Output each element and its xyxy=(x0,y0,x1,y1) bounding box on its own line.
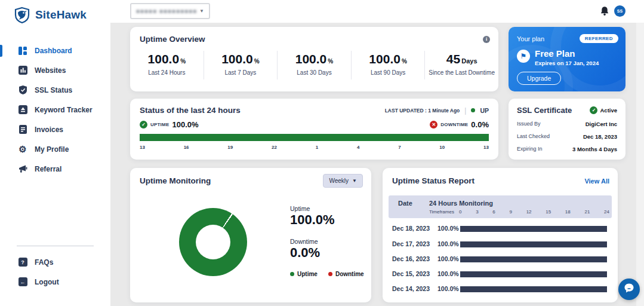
gear-icon: ⚙ xyxy=(18,145,27,154)
status-24h-card: Status of the last 24 hours LAST UPDATED… xyxy=(130,99,498,160)
row-24h-bar xyxy=(460,226,607,232)
brand-name: SiteHawk xyxy=(35,8,87,22)
tf-tick: 15 xyxy=(546,209,551,215)
sidebar-item-label: Logout xyxy=(35,278,59,286)
stat-label: Last 90 Days xyxy=(352,69,425,76)
uptime-value: 100.0% xyxy=(172,120,198,129)
sidebar-item-ssl-status[interactable]: SSL Status xyxy=(0,80,110,100)
notification-bell-icon[interactable] xyxy=(600,6,609,19)
info-icon[interactable]: i xyxy=(483,36,490,43)
row-24h-bar xyxy=(460,256,607,262)
row-uptime-pct: 100.0% xyxy=(437,255,459,262)
stat-label: Last 30 Days xyxy=(278,69,351,76)
logout-arrow-icon: ← xyxy=(18,277,27,287)
plan-card-title: Your plan xyxy=(517,35,544,42)
sidebar-item-faqs[interactable]: ? FAQs xyxy=(0,252,110,272)
ssl-shield-icon xyxy=(18,85,27,95)
tick: 22 xyxy=(272,145,277,150)
sidebar-item-label: Websites xyxy=(35,66,66,75)
range-selector-dropdown[interactable]: Weekly ▼ xyxy=(323,174,363,188)
plan-name: Free Plan xyxy=(535,48,599,59)
row-uptime-pct: 100.0% xyxy=(437,270,459,277)
sidebar-item-referral[interactable]: Referral xyxy=(0,159,110,179)
ssl-last-checked-row: Last Checked Dec 18, 2023 xyxy=(509,133,625,140)
user-avatar[interactable]: SS xyxy=(614,5,625,17)
dashboard-icon xyxy=(18,46,27,56)
sidebar-item-label: Dashboard xyxy=(35,47,72,55)
donut-uptime-label: Uptime xyxy=(290,205,335,212)
sidebar-divider xyxy=(17,246,94,246)
donut-legend: Uptime Downtime xyxy=(290,271,364,277)
range-selected-value: Weekly xyxy=(329,178,349,184)
chevron-down-icon: ▼ xyxy=(199,8,204,14)
row-uptime-pct: 100.0% xyxy=(437,285,459,292)
chat-bubble-icon xyxy=(624,283,634,296)
meta-divider: | xyxy=(464,106,466,115)
report-title: Uptime Status Report xyxy=(392,176,474,185)
ssl-issued-by-row: Issued By DigiCert Inc xyxy=(509,121,625,127)
sidebar-item-label: Referral xyxy=(35,165,61,173)
downtime-label: DOWNTIME xyxy=(440,122,468,127)
uptime-check-icon: ✓ xyxy=(140,121,147,128)
selected-website-masked: ●●●●● ●●●●●●●●● xyxy=(136,8,197,14)
legend-label: Uptime xyxy=(297,271,318,277)
tick: 13 xyxy=(140,145,145,150)
row-date: Dec 14, 2023 xyxy=(392,285,430,292)
plan-flag-icon: ⚑ xyxy=(517,50,530,63)
ssl-row-value: DigiCert Inc xyxy=(586,121,617,127)
sidebar-item-invoices[interactable]: Invoices xyxy=(0,120,110,139)
stat-unit: Days xyxy=(461,57,477,65)
upgrade-button[interactable]: Upgrade xyxy=(517,72,561,85)
keyword-tracker-icon xyxy=(18,105,27,115)
sidebar: SiteHawk Dashboard xyxy=(0,0,110,306)
stat-last-7-days: 100.0% Last 7 Days xyxy=(204,51,278,79)
ssl-row-label: Expiring In xyxy=(517,146,543,152)
stat-last-30-days: 100.0% Last 30 Days xyxy=(278,51,352,79)
ssl-status-text: Active xyxy=(600,107,617,114)
sidebar-item-logout[interactable]: ← Logout xyxy=(0,272,110,292)
ssl-row-label: Issued By xyxy=(517,121,541,127)
stat-since-last-downtime: 45Days Since the Last Downtime xyxy=(425,51,498,79)
stat-last-90-days: 100.0% Last 90 Days xyxy=(352,51,426,79)
chat-launcher-button[interactable] xyxy=(618,279,640,300)
report-table-header: Date 24 Hours Monitoring Timeframes 0 3 … xyxy=(389,195,612,218)
stat-label: Since the Last Downtime xyxy=(425,69,498,76)
sidebar-item-label: Invoices xyxy=(35,126,63,134)
sidebar-item-my-profile[interactable]: ⚙ My Profile xyxy=(0,139,110,159)
tick: 1 xyxy=(316,145,318,150)
stat-unit: % xyxy=(180,58,186,65)
website-selector-dropdown[interactable]: ●●●●● ●●●●●●●●● ▼ xyxy=(130,3,210,19)
tick: 13 xyxy=(483,145,489,150)
tf-tick: 6 xyxy=(492,209,495,215)
stat-unit: % xyxy=(328,58,333,65)
overview-title: Uptime Overview xyxy=(140,35,205,44)
question-bubble-icon: ? xyxy=(18,258,27,267)
uptime-24h-bar xyxy=(140,134,489,141)
table-row: Dec 16, 2023 100.0% xyxy=(389,253,612,265)
vertical-scrollbar[interactable] xyxy=(636,23,644,306)
referred-badge: REFERRED xyxy=(580,34,618,43)
row-date: Dec 16, 2023 xyxy=(392,255,430,262)
status-title: Status of the last 24 hours xyxy=(140,106,241,115)
hour-ticks: 13 16 19 22 1 4 7 10 13 xyxy=(140,145,489,150)
stat-unit: % xyxy=(402,58,407,65)
row-date: Dec 18, 2023 xyxy=(392,225,430,232)
timeframes-label: Timeframes xyxy=(429,209,454,215)
last-updated-text: LAST UPDATED : 1 Minute Ago xyxy=(385,108,460,114)
legend-downtime: Downtime xyxy=(328,271,364,277)
view-all-link[interactable]: View All xyxy=(584,178,609,185)
uptime-donut-chart xyxy=(179,208,247,276)
sidebar-item-dashboard[interactable]: Dashboard xyxy=(0,41,110,60)
sidebar-item-keyword-tracker[interactable]: Keyword Tracker xyxy=(0,100,110,120)
stat-label: Last 24 Hours xyxy=(130,69,204,76)
stat-label: Last 7 Days xyxy=(204,69,278,76)
uptime-label: UPTIME xyxy=(150,122,169,127)
sidebar-item-websites[interactable]: Websites xyxy=(0,60,110,80)
legend-uptime: Uptime xyxy=(290,271,318,277)
tf-tick: 12 xyxy=(526,209,532,215)
row-24h-bar xyxy=(460,241,607,247)
table-row: Dec 14, 2023 100.0% xyxy=(389,283,612,295)
tick: 16 xyxy=(184,145,189,150)
brand-logo[interactable]: SiteHawk xyxy=(0,0,110,24)
donut-downtime-label: Downtime xyxy=(290,238,335,245)
